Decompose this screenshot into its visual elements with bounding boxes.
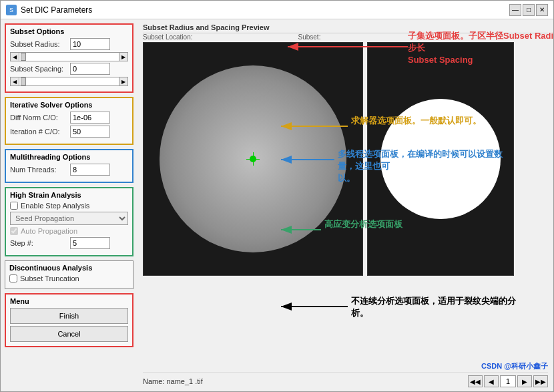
auto-propagation-label: Auto Propagation: [21, 227, 77, 235]
radius-label: Subset Radius:: [10, 40, 70, 48]
content-area: Subset Options Subset Radius: ◀ ▶ Subset…: [1, 19, 553, 391]
high-strain-panel: High Strain Analysis Enable Step Analysi…: [5, 187, 133, 256]
nav-last-button[interactable]: ▶▶: [533, 375, 548, 387]
window-title: Set DIC Parameters: [21, 5, 92, 15]
center-dot: [250, 156, 256, 162]
iteration-input[interactable]: [70, 126, 110, 138]
discontinuous-title: Discontinuous Analysis: [9, 264, 129, 272]
num-threads-input[interactable]: [70, 164, 110, 176]
radius-slider-thumb: [21, 53, 26, 61]
spacing-slider-thumb: [21, 77, 26, 85]
num-threads-label: Num Threads:: [10, 166, 70, 174]
main-preview: [143, 42, 363, 276]
right-panel: Subset Radius and Spacing Preview Subset…: [137, 19, 553, 391]
subset-circle: [380, 99, 501, 219]
subset-truncation-label: Subset Truncation: [20, 274, 79, 282]
radius-slider-left[interactable]: ◀: [10, 52, 19, 61]
enable-step-row: Enable Step Analysis: [10, 202, 128, 210]
enable-step-checkbox[interactable]: [10, 202, 18, 210]
step-num-label: Step #:: [10, 239, 70, 247]
bottom-bar: Name: name_1 .tif ◀◀ ◀ 1 ▶ ▶▶: [143, 372, 548, 387]
enable-step-label: Enable Step Analysis: [21, 202, 89, 210]
subset-preview: [367, 42, 514, 276]
nav-page: 1: [500, 375, 516, 387]
spacing-slider-right[interactable]: ▶: [119, 77, 128, 86]
diff-norm-input[interactable]: [70, 112, 110, 124]
step-num-input[interactable]: [70, 237, 110, 249]
iterative-solver-title: Iterative Solver Options: [10, 101, 128, 109]
preview-labels: Subset Location: Subset:: [143, 33, 548, 41]
spacing-row: Subset Spacing:: [10, 63, 128, 75]
watermark: CSDN @科研小鑫子: [481, 361, 548, 371]
title-bar-controls: — □ ✕: [509, 4, 548, 16]
nav-prev-button[interactable]: ◀: [484, 375, 499, 387]
title-bar: S Set DIC Parameters — □ ✕: [1, 1, 553, 19]
seed-propagation-select[interactable]: Seed Propagation: [10, 212, 128, 225]
high-strain-title: High Strain Analysis: [10, 191, 128, 199]
diff-norm-row: Diff Norm C/O:: [10, 112, 128, 124]
subset-truncation-checkbox[interactable]: [9, 274, 17, 282]
preview-area: [143, 42, 548, 369]
step-num-row: Step #:: [10, 237, 128, 249]
cancel-button[interactable]: Cancel: [10, 326, 128, 342]
subset-options-panel: Subset Options Subset Radius: ◀ ▶ Subset…: [5, 23, 133, 93]
spacing-slider-row: ◀ ▶: [10, 77, 128, 86]
filename-label: Name: name_1 .tif: [143, 377, 203, 385]
spacing-label: Subset Spacing:: [10, 65, 70, 73]
multithreading-panel: Multithreading Options Num Threads:: [5, 149, 133, 183]
seed-propagation-row: Seed Propagation: [10, 212, 128, 225]
iteration-label: Iteration # C/O:: [10, 128, 70, 136]
minimize-button[interactable]: —: [509, 4, 521, 16]
main-preview-inner: [144, 43, 362, 275]
radius-slider-row: ◀ ▶: [10, 52, 128, 61]
location-label: Subset Location:: [143, 33, 193, 41]
finish-button[interactable]: Finish: [10, 308, 128, 324]
main-window: S Set DIC Parameters — □ ✕ Subset Option…: [0, 0, 554, 392]
nav-first-button[interactable]: ◀◀: [468, 375, 483, 387]
nav-next-button[interactable]: ▶: [517, 375, 532, 387]
nav-controls: ◀◀ ◀ 1 ▶ ▶▶: [468, 375, 548, 387]
iteration-row: Iteration # C/O:: [10, 126, 128, 138]
num-threads-row: Num Threads:: [10, 164, 128, 176]
preview-title: Subset Radius and Spacing Preview: [143, 23, 548, 33]
maximize-button[interactable]: □: [523, 4, 535, 16]
spacing-input[interactable]: [70, 63, 110, 75]
center-cross: [246, 152, 260, 166]
title-bar-left: S Set DIC Parameters: [6, 5, 92, 15]
spacing-slider-track[interactable]: [19, 77, 119, 86]
spacing-slider-left[interactable]: ◀: [10, 77, 19, 86]
radius-input[interactable]: [70, 38, 110, 50]
close-button[interactable]: ✕: [536, 4, 548, 16]
radius-slider-right[interactable]: ▶: [119, 52, 128, 61]
menu-panel: Menu Finish Cancel: [5, 293, 133, 347]
subset-label: Subset:: [298, 33, 321, 41]
multithreading-title: Multithreading Options: [10, 153, 128, 161]
subset-truncation-row: Subset Truncation: [9, 274, 129, 282]
left-panel: Subset Options Subset Radius: ◀ ▶ Subset…: [1, 19, 137, 391]
auto-propagation-checkbox[interactable]: [10, 227, 18, 235]
auto-propagation-row: Auto Propagation: [10, 227, 128, 235]
subset-options-title: Subset Options: [10, 27, 128, 35]
app-icon: S: [6, 5, 17, 15]
radius-row: Subset Radius:: [10, 38, 128, 50]
iterative-solver-panel: Iterative Solver Options Diff Norm C/O: …: [5, 97, 133, 145]
menu-title: Menu: [10, 297, 128, 305]
discontinuous-panel: Discontinuous Analysis Subset Truncation: [5, 260, 133, 289]
diff-norm-label: Diff Norm C/O:: [10, 114, 70, 122]
radius-slider-track[interactable]: [19, 52, 119, 61]
